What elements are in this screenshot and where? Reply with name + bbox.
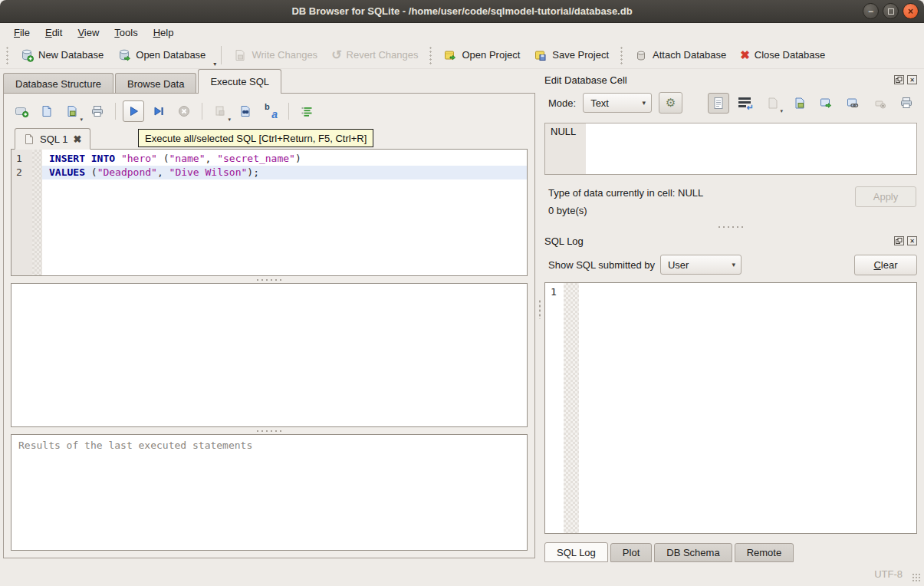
dock-close-button[interactable]: ✕ [907,75,917,84]
dock-float-button[interactable] [894,75,904,84]
stop-execution-button[interactable] [173,100,195,122]
execute-current-line-button[interactable] [148,100,169,122]
close-database-button[interactable]: ✖ Close Database [733,44,832,66]
save-sql-file-button[interactable]: ▾ [61,100,83,122]
open-database-dropdown-caret[interactable]: ▾ [213,61,216,68]
menu-help[interactable]: Help [146,25,182,41]
revert-changes-button[interactable]: ↺ Revert Changes [324,44,425,66]
sql-doc-tab-bar: SQL 1 ✖ Execute all/selected SQL [Ctrl+R… [11,125,528,149]
fold-margin [32,150,42,275]
cell-value: NULL [551,126,576,137]
import-from-file-button[interactable]: ▾ [761,93,783,114]
log-text-area[interactable] [579,283,916,533]
sql-log-controls: Show SQL submitted by User ▾ Clear [544,250,917,279]
dock-splitter[interactable] [544,221,917,233]
tab-browse-data[interactable]: Browse Data [115,73,196,94]
write-changes-button[interactable]: Write Changes [226,44,324,66]
print-sql-button[interactable] [87,100,108,122]
right-pane: Edit Database Cell ✕ Mode: Text ▾ [542,69,924,562]
dock-float-button[interactable] [894,236,904,245]
revert-changes-label: Revert Changes [347,49,419,61]
editor-results-splitter[interactable] [11,276,528,283]
gear-icon: ⚙ [666,96,676,110]
print-cell-button[interactable] [896,93,917,114]
tab-remote[interactable]: Remote [735,543,794,562]
attach-database-button[interactable]: Attach Database [627,44,733,66]
sql-toolbar-separator [115,103,116,120]
clear-log-button[interactable]: Clear [854,255,917,275]
tab-sql-log[interactable]: SQL Log [544,542,608,562]
menu-file[interactable]: File [6,25,38,41]
grid-messages-splitter[interactable] [11,427,528,434]
find-replace-button[interactable]: b a [260,100,281,122]
float-icon [896,77,903,83]
apply-settings-button[interactable]: ⚙ [659,92,682,114]
bottom-dock-tab-bar: SQL Log Plot DB Schema Remote [544,542,917,562]
results-messages[interactable]: Results of the last executed statements [11,434,528,551]
set-null-button[interactable] [869,93,890,114]
open-file-icon [40,104,54,118]
format-sql-button[interactable] [296,100,317,122]
open-sql-file-button[interactable] [36,100,58,122]
tab-plot[interactable]: Plot [610,543,652,562]
sql-doc-tab[interactable]: SQL 1 ✖ [15,128,90,150]
maximize-icon [888,8,894,15]
minimize-button[interactable]: − [863,3,879,19]
save-project-button[interactable]: Save Project [527,44,616,66]
new-tab-icon [15,104,29,118]
new-database-label: New Database [38,49,104,61]
export-to-file-button[interactable] [788,93,810,114]
sql-doc-tab-close-icon[interactable]: ✖ [73,133,81,145]
open-in-external-button[interactable] [815,93,837,114]
find-button[interactable] [235,100,256,122]
cell-mode-row: Mode: Text ▾ ⚙ [544,87,917,118]
menu-view[interactable]: View [70,25,107,41]
resize-grip[interactable] [912,573,922,583]
mode-value: Text [590,97,609,109]
new-sql-tab-button[interactable] [11,100,32,122]
import-file-icon [766,97,779,110]
status-bar: UTF-8 [0,562,924,586]
sql-code-area[interactable]: INSERT INTO "hero" ("name", "secret_name… [42,150,527,275]
log-filter-combobox[interactable]: User ▾ [660,255,742,275]
execute-icon [127,104,140,118]
main-vertical-splitter[interactable] [538,69,542,562]
dock-close-button[interactable]: ✕ [907,236,917,245]
maximize-button[interactable] [883,3,899,19]
title-bar[interactable]: DB Browser for SQLite - /home/user/code/… [0,0,924,23]
cell-value-text-area[interactable] [586,123,916,174]
mode-combobox[interactable]: Text ▾ [583,93,652,113]
execute-sql-button[interactable] [123,100,144,122]
sql-editor[interactable]: 1 2 INSERT INTO "hero" ("name", "secret_… [11,149,528,276]
edit-cell-dock-title: Edit Database Cell [544,74,627,86]
apply-button[interactable]: Apply [855,186,916,207]
open-database-button[interactable]: Open Database [110,44,212,66]
text-document-icon [712,97,725,110]
close-button[interactable]: × [903,3,919,19]
print-icon [899,96,913,110]
encoding-indicator[interactable]: UTF-8 [874,568,903,580]
tab-execute-sql[interactable]: Execute SQL [198,69,281,94]
export-results-button[interactable]: ▾ [209,100,231,122]
tab-database-structure[interactable]: Database Structure [3,73,113,94]
open-project-button[interactable]: Open Project [436,44,527,66]
copy-link-button[interactable] [842,93,863,114]
main-tab-bar: Database Structure Browse Data Execute S… [3,69,538,94]
menu-bar: File Edit View Tools Help [0,23,924,41]
menu-tools[interactable]: Tools [107,25,145,41]
window-title: DB Browser for SQLite - /home/user/code/… [291,5,632,17]
text-mode-button[interactable] [708,93,729,114]
sql-log-area[interactable]: 1 [544,282,917,534]
new-database-icon [20,48,34,62]
cell-value-editor[interactable]: NULL [544,123,917,175]
toolbar-drag-handle[interactable] [429,46,432,64]
word-wrap-button[interactable]: ↵ [735,93,756,114]
menu-edit[interactable]: Edit [38,25,70,41]
print-icon [90,104,104,118]
toolbar-drag-handle[interactable] [5,46,9,64]
toolbar-drag-handle[interactable] [620,46,623,64]
results-grid[interactable] [11,283,528,427]
tab-db-schema[interactable]: DB Schema [654,543,732,562]
new-database-button[interactable]: New Database [13,44,110,66]
close-database-icon: ✖ [740,48,750,62]
